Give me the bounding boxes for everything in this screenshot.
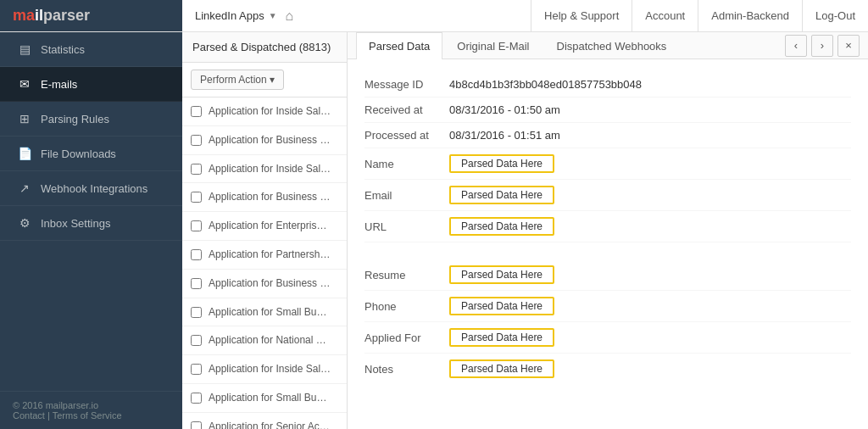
- email-checkbox[interactable]: [191, 421, 202, 429]
- email-subject: Application for Business Deve…: [209, 190, 331, 204]
- detail-field-label: Applied For: [364, 332, 449, 344]
- sidebar-item-label-inbox-settings: Inbox Settings: [41, 217, 110, 230]
- sidebar-item-label-emails: E-mails: [41, 78, 77, 91]
- sidebar-item-label-file-downloads: File Downloads: [41, 148, 116, 160]
- linkedin-apps-dropdown[interactable]: LinkedIn Apps ▼: [195, 9, 277, 22]
- email-checkbox[interactable]: [191, 249, 202, 260]
- inbox-settings-icon: ⚙: [17, 216, 32, 230]
- detail-field-value: 08/31/2016 - 01:50 am: [449, 103, 560, 116]
- email-list-item[interactable]: Application for Business Deve…: [182, 183, 347, 212]
- email-list-item[interactable]: Application for Small Business…: [182, 384, 347, 413]
- detail-field-value: Parsed Data Here: [449, 154, 554, 173]
- email-checkbox[interactable]: [191, 335, 202, 346]
- email-subject: Application for Business Deve…: [209, 133, 331, 148]
- statistics-icon: ▤: [17, 42, 32, 56]
- detail-field-label: Phone: [364, 300, 449, 313]
- sidebar-item-parsing-rules[interactable]: ⊞ Parsing Rules: [0, 102, 182, 136]
- perform-action-button[interactable]: Perform Action ▾: [191, 70, 284, 90]
- email-checkbox[interactable]: [191, 307, 202, 318]
- terms-link[interactable]: Terms of Service: [53, 410, 122, 421]
- content-area: Parsed & Dispatched (8813) Perform Actio…: [182, 32, 868, 429]
- nav-right: Help & Support Account Admin-Backend Log…: [531, 0, 868, 32]
- detail-field-label: URL: [364, 220, 449, 233]
- webhook-icon: ↗: [17, 181, 32, 195]
- sidebar-item-webhook-integrations[interactable]: ↗ Webhook Integrations: [0, 171, 182, 206]
- email-list-item[interactable]: Application for Senior Account…: [182, 413, 347, 429]
- sidebar-item-label-webhook-integrations: Webhook Integrations: [41, 182, 147, 195]
- email-list-item[interactable]: Application for Enterprise Acc…: [182, 212, 347, 241]
- detail-field-value: Parsed Data Here: [449, 217, 554, 236]
- dropdown-arrow-icon: ▼: [269, 11, 277, 20]
- sidebar-item-label-parsing-rules: Parsing Rules: [41, 113, 109, 125]
- detail-tab-original-e-mail[interactable]: Original E-Mail: [444, 32, 542, 59]
- detail-tab-parsed-data[interactable]: Parsed Data: [356, 32, 442, 59]
- email-checkbox[interactable]: [191, 364, 202, 375]
- email-subject: Application for Enterprise Acc…: [209, 219, 331, 233]
- linkedin-apps-label: LinkedIn Apps: [195, 9, 264, 22]
- email-checkbox[interactable]: [191, 192, 202, 203]
- detail-field-label: Email: [364, 189, 449, 202]
- email-checkbox[interactable]: [191, 220, 202, 231]
- sidebar-item-statistics[interactable]: ▤ Statistics: [0, 32, 182, 67]
- sidebar-footer: © 2016 mailparser.io Contact | Terms of …: [0, 391, 182, 429]
- email-list-header: Parsed & Dispatched (8813): [182, 32, 347, 63]
- main-layout: ▤ Statistics ✉ E-mails ⊞ Parsing Rules 📄…: [0, 32, 868, 429]
- prev-button[interactable]: ‹: [785, 35, 807, 57]
- email-subject: Application for National Sales …: [209, 333, 331, 348]
- email-list-toolbar: Perform Action ▾: [182, 63, 347, 98]
- detail-field-value: Parsed Data Here: [449, 297, 554, 315]
- detail-row: Message ID4b8cd4b1b3f3bb048ed01857753bb0…: [364, 72, 851, 98]
- email-checkbox[interactable]: [191, 106, 202, 117]
- detail-field-label: Resume: [364, 269, 449, 281]
- detail-row: NameParsed Data Here: [364, 148, 851, 180]
- email-subject: Application for Small Business…: [209, 391, 331, 405]
- detail-row: PhoneParsed Data Here: [364, 291, 851, 322]
- emails-icon: ✉: [17, 77, 32, 91]
- sidebar-item-emails[interactable]: ✉ E-mails: [0, 67, 182, 102]
- detail-field-label: Received at: [364, 103, 449, 116]
- sidebar: ▤ Statistics ✉ E-mails ⊞ Parsing Rules 📄…: [0, 32, 182, 429]
- detail-field-value: 08/31/2016 - 01:51 am: [449, 129, 560, 142]
- email-checkbox[interactable]: [191, 135, 202, 146]
- email-subject: Application for Inside Sales fro…: [209, 362, 331, 376]
- email-list-item[interactable]: Application for National Sales …: [182, 326, 347, 355]
- email-list-item[interactable]: Application for Inside Sales fro…: [182, 98, 347, 126]
- email-list-item[interactable]: Application for Inside Sales fro…: [182, 155, 347, 184]
- detail-content: Message ID4b8cd4b1b3f3bb048ed01857753bb0…: [348, 59, 868, 429]
- copyright-text: © 2016 mailparser.io: [13, 400, 170, 410]
- email-checkbox[interactable]: [191, 278, 202, 289]
- email-list-item[interactable]: Application for Business Deve…: [182, 270, 347, 298]
- email-list-item[interactable]: Application for Partnership Sa…: [182, 241, 347, 270]
- next-button[interactable]: ›: [811, 35, 833, 57]
- email-list-item[interactable]: Application for Small Business…: [182, 298, 347, 327]
- logout-link[interactable]: Log-Out: [802, 0, 868, 32]
- email-checkbox[interactable]: [191, 393, 202, 404]
- account-link[interactable]: Account: [632, 0, 698, 32]
- detail-tab-dispatched-webhooks[interactable]: Dispatched Webhooks: [544, 32, 680, 59]
- file-downloads-icon: 📄: [17, 147, 32, 160]
- email-subject: Application for Inside Sales fro…: [209, 162, 331, 176]
- email-list: Application for Inside Sales fro… Applic…: [182, 98, 347, 429]
- detail-field-value: Parsed Data Here: [449, 359, 554, 378]
- email-subject: Application for Business Deve…: [209, 276, 331, 291]
- email-list-item[interactable]: Application for Business Deve…: [182, 126, 347, 155]
- logo: mailparser: [0, 0, 182, 31]
- detail-tabs: Parsed DataOriginal E-MailDispatched Web…: [348, 32, 868, 59]
- contact-link[interactable]: Contact: [13, 410, 45, 421]
- admin-backend-link[interactable]: Admin-Backend: [698, 0, 802, 32]
- email-list-item[interactable]: Application for Inside Sales fro…: [182, 355, 347, 384]
- parsing-rules-icon: ⊞: [17, 112, 32, 125]
- help-support-link[interactable]: Help & Support: [531, 0, 632, 32]
- email-subject: Application for Inside Sales fro…: [209, 104, 331, 119]
- sidebar-item-file-downloads[interactable]: 📄 File Downloads: [0, 136, 182, 171]
- detail-row: Applied ForParsed Data Here: [364, 322, 851, 354]
- sidebar-item-label-statistics: Statistics: [41, 43, 85, 56]
- detail-field-value: 4b8cd4b1b3f3bb048ed01857753bb048: [449, 78, 642, 91]
- email-subject: Application for Partnership Sa…: [209, 248, 331, 262]
- email-checkbox[interactable]: [191, 164, 202, 175]
- detail-row: NotesParsed Data Here: [364, 354, 851, 384]
- email-list-panel: Parsed & Dispatched (8813) Perform Actio…: [182, 32, 348, 429]
- sidebar-item-inbox-settings[interactable]: ⚙ Inbox Settings: [0, 206, 182, 241]
- close-button[interactable]: ×: [837, 35, 860, 57]
- home-icon[interactable]: ⌂: [286, 8, 294, 24]
